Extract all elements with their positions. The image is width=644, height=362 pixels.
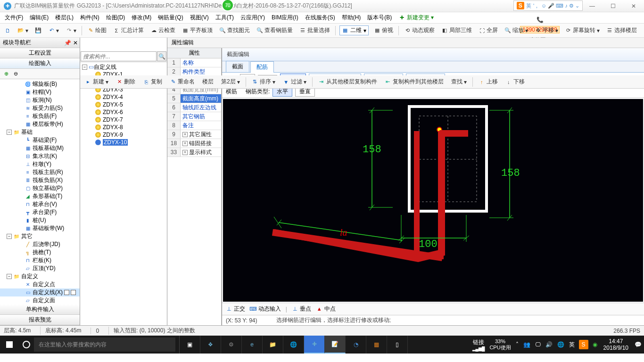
browser-icon[interactable]: 🌐 — [283, 336, 304, 354]
search-comp-button[interactable]: 查找 ▾ — [449, 77, 469, 87]
cortana-button[interactable] — [19, 341, 34, 348]
prop-row[interactable]: 33+显示样式 — [167, 148, 221, 157]
find-elem-button[interactable]: 🔍查找图元 — [218, 25, 251, 35]
redo-button[interactable]: ↷▾ — [64, 26, 78, 35]
rotate-button[interactable]: ⟳屏幕旋转 ▾ — [563, 25, 601, 35]
prop-table[interactable]: 属性 1名称2构件类型3截面形状4截面宽度(mm)5截面高度(mm)6轴线距左边… — [167, 48, 222, 325]
new-comp-button[interactable]: ▸新建 ▾ — [83, 77, 110, 87]
tree-item[interactable]: ⊥柱墩(Y) — [0, 160, 80, 168]
start-button[interactable] — [0, 336, 19, 354]
ggj-icon[interactable]: ✚ — [304, 336, 325, 354]
menu-floor[interactable]: 楼层(L) — [52, 13, 76, 23]
tree-item[interactable]: ⊓栏板(K) — [0, 256, 80, 264]
pdf-icon[interactable]: ▦ — [366, 336, 387, 354]
ortho-snap[interactable]: ⊥ 正交 — [226, 305, 245, 313]
filter-button[interactable]: ▼过滤 ▾ — [281, 77, 308, 87]
tree-item[interactable]: −📁基础 — [0, 128, 80, 136]
fullscreen-button[interactable]: ⛶全屏 — [477, 25, 499, 35]
menu-bim[interactable]: BIM应用(I) — [269, 13, 301, 23]
tree-item[interactable]: ▦楼层板带(H) — [0, 120, 80, 128]
undo-button[interactable]: ↶▾ — [47, 26, 60, 35]
taskbar-search[interactable]: 在这里输入你要搜索的内容 — [34, 337, 175, 352]
prop-row[interactable]: 9+其它属性 — [167, 130, 221, 139]
minimize-button[interactable]: — — [582, 0, 603, 12]
mid-item[interactable]: ZDYX-7 — [81, 116, 166, 123]
menu-tools[interactable]: 工具(T) — [213, 13, 237, 23]
tab-rebar[interactable]: 配筋 — [250, 61, 274, 73]
explorer-icon[interactable]: 📁 — [263, 336, 283, 354]
pin-icon[interactable]: 📌 — [64, 40, 71, 46]
maximize-button[interactable]: ☐ — [603, 0, 623, 12]
cpu-tray[interactable]: 33%CPU使用 — [487, 336, 513, 353]
copyfrom-button[interactable]: ⇥从其他楼层复制构件 — [316, 77, 379, 87]
rename-comp-button[interactable]: ✎重命名 — [168, 77, 197, 87]
pan-button[interactable]: ✥平移 ▾ — [533, 25, 560, 35]
perp-snap[interactable]: ⊥ 垂点 — [292, 305, 311, 313]
open-button[interactable]: 📂▾ — [16, 26, 30, 35]
tree-item[interactable]: ╗挑檐(T) — [0, 248, 80, 256]
tree-item[interactable]: ≡板负筋(F) — [0, 112, 80, 120]
sum-button[interactable]: Σ汇总计算 — [112, 25, 145, 35]
new-file-button[interactable]: 🗋 — [3, 26, 12, 35]
mid-item[interactable]: ZDYX-9 — [81, 131, 166, 139]
tree-item[interactable]: ≋板受力筋(S) — [0, 104, 80, 112]
tree-item[interactable]: ▱自定义面 — [0, 296, 80, 304]
mid-item[interactable]: ZDYX-5 — [81, 101, 166, 108]
menu-steel[interactable]: 钢筋量(Q) — [155, 13, 186, 23]
sort-button[interactable]: ⇅排序 ▾ — [250, 77, 277, 87]
menu-modify[interactable]: 修改(M) — [129, 13, 154, 23]
nav-row-project[interactable]: 工程设置 — [0, 48, 80, 58]
zoom-button[interactable]: 🔍缩放 ▾ — [503, 25, 529, 35]
copy-comp-button[interactable]: ⎘复制 — [141, 77, 164, 87]
mid-item[interactable]: ZDYX-10 — [81, 139, 166, 146]
menu-online[interactable]: 在线服务(S) — [302, 13, 338, 23]
prop-row[interactable]: 5截面高度(mm) — [167, 94, 221, 103]
mid-item[interactable]: ZDYX-6 — [81, 108, 166, 116]
dyn-input[interactable]: ⌨ 动态输入 — [250, 305, 281, 313]
menu-edit[interactable]: 编辑(E) — [27, 13, 51, 23]
app-3[interactable]: ◔ — [346, 336, 366, 354]
menu-cloud[interactable]: 云应用(Y) — [238, 13, 268, 23]
tree-item[interactable]: ┗基础梁(F) — [0, 136, 80, 144]
tree-item[interactable]: ▱压顶(YD) — [0, 264, 80, 272]
new-change-button[interactable]: ✚ 新建变更 ▾ — [396, 13, 437, 23]
movedown-button[interactable]: ↓下移 — [504, 77, 527, 87]
ime-bar[interactable]: S 英 '， ☺ 🎤 ⌨ ♪ ⚙ ⌄ — [513, 0, 583, 11]
select-floor-button[interactable]: ☰选择楼层 — [605, 25, 638, 35]
copyto-button[interactable]: ⇤复制构件到其他楼层 — [383, 77, 446, 87]
floor-combo[interactable]: 第2层 ▾ — [219, 77, 242, 87]
mid-item[interactable]: ZDYX-4 — [81, 93, 166, 101]
tree-item[interactable]: ◢条形基础(T) — [0, 192, 80, 200]
tree-item[interactable]: ▦基础板带(W) — [0, 224, 80, 232]
mid-snap[interactable]: ▲ 中点 — [316, 305, 335, 313]
tree-item[interactable]: ⊟集水坑(K) — [0, 152, 80, 160]
tree-item[interactable]: ⊓桩承台(V) — [0, 200, 80, 208]
dyn-view-button[interactable]: ⟲动态观察 — [403, 25, 436, 35]
tab-section[interactable]: 截面 — [226, 61, 249, 72]
tree-item[interactable]: ▭自定义线(X) — [0, 288, 80, 296]
moveup-button[interactable]: ↑上移 — [477, 77, 500, 87]
nav-row-draw[interactable]: 绘图输入 — [0, 58, 80, 69]
app-1[interactable]: ❖ — [200, 336, 221, 354]
tray-clock[interactable]: 14:472018/9/10 — [600, 338, 632, 351]
tray-sogou[interactable]: S — [579, 340, 588, 349]
prop-row[interactable]: 8备注 — [167, 121, 221, 130]
viewmode-combo[interactable]: ▦二维 ▾ — [339, 25, 369, 35]
tray-display[interactable]: 🖵 — [533, 336, 543, 353]
menu-view[interactable]: 视图(V) — [187, 13, 212, 23]
tray-ime[interactable]: 英 — [567, 336, 577, 353]
tree-item[interactable]: −📁其它 — [0, 232, 80, 240]
birdseye-button[interactable]: ▦俯视 — [372, 25, 395, 35]
prop-row[interactable]: 7其它钢筋 — [167, 112, 221, 121]
tree-item[interactable]: ▣柱帽(V) — [0, 88, 80, 96]
notes-icon[interactable]: 📝 — [325, 336, 346, 354]
prop-row[interactable]: 1名称 — [167, 58, 221, 67]
tree-item[interactable]: ▦筏板基础(M) — [0, 144, 80, 152]
close-button[interactable]: ✕ — [623, 0, 644, 12]
collapse-all-icon[interactable]: ⊖ — [12, 71, 19, 77]
tray-notif[interactable]: 💬 — [632, 336, 644, 353]
tree-item[interactable]: ▢独立基础(P) — [0, 184, 80, 192]
menu-component[interactable]: 构件(N) — [77, 13, 102, 23]
app-2[interactable]: ⚙ — [221, 336, 242, 354]
tree-item[interactable]: ┳承台梁(F) — [0, 208, 80, 216]
